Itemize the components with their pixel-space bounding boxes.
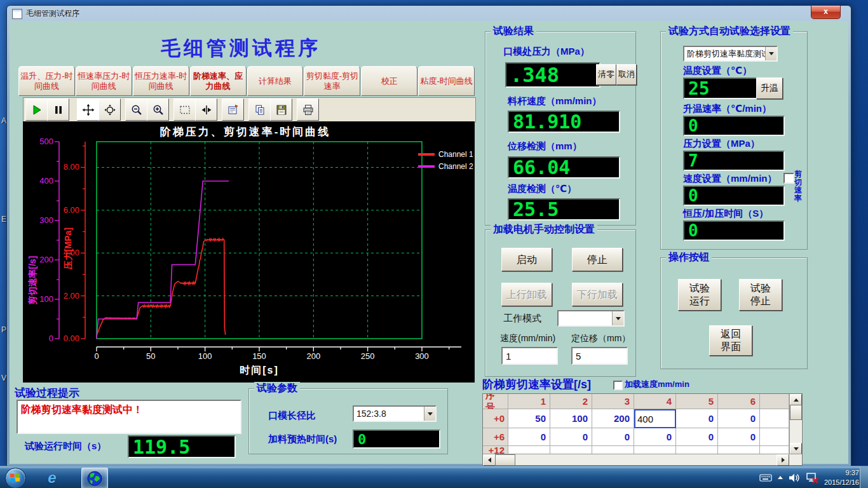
tab-2[interactable]: 恒压力速率-时间曲线 <box>133 66 189 96</box>
window-titlebar[interactable]: 毛细管测试程序 x <box>7 6 851 21</box>
table-cell[interactable] <box>550 446 592 454</box>
chevron-down-icon[interactable] <box>765 47 776 60</box>
keyboard-icon[interactable] <box>759 473 772 482</box>
vscroll-thumb[interactable] <box>790 405 802 420</box>
work-mode-select[interactable] <box>557 310 625 327</box>
shear-rate-checkbox[interactable] <box>783 173 794 184</box>
tab-1[interactable]: 恒速率压力-时间曲线 <box>76 66 132 96</box>
table-cell[interactable]: 0 <box>592 428 634 446</box>
pressure-set-display: 7 <box>683 151 785 171</box>
table-cell[interactable]: 0 <box>676 409 718 428</box>
params-panel: 试验参数 口模长径比 152:3.8 加料预热时间(s) 0 <box>248 388 448 454</box>
jog-speed-input[interactable]: 1 <box>501 347 558 365</box>
table-cell[interactable] <box>718 446 760 454</box>
svg-text:Channel 1: Channel 1 <box>438 150 473 159</box>
svg-text:Channel 2: Channel 2 <box>438 162 473 171</box>
load-speed-checkbox[interactable] <box>613 381 623 390</box>
table-cell[interactable]: 0 <box>718 409 760 428</box>
table-cell[interactable]: 50 <box>508 409 550 428</box>
scroll-left-icon[interactable] <box>483 454 496 466</box>
table-cell[interactable] <box>592 446 634 454</box>
shear-rate-checkbox-label: 剪切 速率 <box>794 170 807 202</box>
tab-5[interactable]: 剪切黏度-剪切速率 <box>304 66 360 96</box>
table-cell[interactable]: 0 <box>634 428 676 446</box>
chevron-down-icon[interactable] <box>424 407 435 421</box>
network-disconnected-icon[interactable] <box>806 472 818 484</box>
die-ratio-select[interactable]: 152:3.8 <box>353 405 437 422</box>
svg-text:0: 0 <box>94 351 98 361</box>
svg-text:200: 200 <box>306 351 320 361</box>
desktop-icon-label: P <box>1 325 6 334</box>
close-button[interactable]: x <box>811 6 841 19</box>
properties-icon[interactable] <box>222 98 244 121</box>
table-cell[interactable] <box>634 446 676 454</box>
hscroll-thumb[interactable] <box>495 454 515 466</box>
svg-text:500: 500 <box>39 137 53 146</box>
test-stop-button[interactable]: 试验 停止 <box>739 279 782 311</box>
heat-up-button[interactable]: 升温 <box>756 78 783 99</box>
save-icon[interactable] <box>270 98 292 121</box>
table-cell[interactable]: 0 <box>676 428 718 446</box>
table-cell[interactable]: 0 <box>508 428 550 446</box>
zero-button[interactable]: 清零 <box>596 64 616 85</box>
select-rect-icon[interactable] <box>173 98 196 121</box>
tab-6[interactable]: 校正 <box>361 66 417 96</box>
play-icon[interactable] <box>25 98 48 121</box>
print-icon[interactable] <box>297 98 319 121</box>
zoom-window-icon[interactable] <box>98 98 121 121</box>
unload-up-button[interactable]: 上行卸载 <box>501 283 552 306</box>
step-rate-chart[interactable]: 阶梯压力、剪切速率-时间曲线050100150200250300时间[s]010… <box>23 121 475 383</box>
table-cell[interactable]: 0 <box>550 428 592 446</box>
tab-0[interactable]: 温升、压力-时间曲线 <box>18 66 75 96</box>
fit-axes-icon[interactable] <box>195 98 217 121</box>
svg-text:150: 150 <box>252 351 266 361</box>
volume-icon[interactable] <box>789 473 800 483</box>
show-desktop-button[interactable] <box>860 466 868 488</box>
temp-set-display: 25 <box>683 78 761 99</box>
table-cell[interactable] <box>508 446 550 454</box>
svg-text:2.00: 2.00 <box>64 291 79 301</box>
copy-icon[interactable] <box>248 98 271 121</box>
pause-icon[interactable] <box>47 98 69 121</box>
test-mode-select[interactable]: 阶梯剪切速率黏度测试 <box>683 46 778 62</box>
zoom-in-icon[interactable] <box>147 98 169 121</box>
chevron-down-icon[interactable] <box>612 311 623 325</box>
load-down-button[interactable]: 下行加载 <box>572 283 623 306</box>
svg-text:100: 100 <box>198 351 212 361</box>
motor-start-button[interactable]: 启动 <box>501 248 552 271</box>
motor-stop-button[interactable]: 停止 <box>572 248 623 271</box>
scroll-up-icon[interactable] <box>790 394 802 405</box>
table-cell[interactable] <box>760 428 789 446</box>
table-cell[interactable]: 0 <box>718 428 760 446</box>
table-cell[interactable] <box>760 446 789 454</box>
table-cell[interactable]: 200 <box>592 409 634 428</box>
zoom-out-icon[interactable] <box>125 98 147 121</box>
svg-text:200: 200 <box>39 255 53 264</box>
travel-input[interactable]: 5 <box>571 347 628 365</box>
table-cell[interactable] <box>760 409 789 428</box>
test-run-button[interactable]: 试验 运行 <box>678 279 721 311</box>
table-cell[interactable]: 100 <box>550 409 592 428</box>
page-title: 毛细管测试程序 <box>161 35 321 62</box>
cancel-button[interactable]: 取消 <box>616 64 637 85</box>
tab-3[interactable]: 阶梯速率、应力曲线 <box>190 66 247 96</box>
start-button[interactable] <box>5 468 26 488</box>
column-header-6: 6 <box>718 394 760 409</box>
table-vscrollbar[interactable] <box>789 394 801 454</box>
scroll-right-icon[interactable] <box>776 454 789 466</box>
taskbar-app-icon[interactable] <box>81 468 108 488</box>
tab-7[interactable]: 粘度-时间曲线 <box>418 66 475 96</box>
taskbar-ie-icon[interactable]: e <box>39 468 65 487</box>
jog-speed-label: 速度(mm/min) <box>500 333 555 344</box>
editing-cell[interactable]: 400 <box>634 409 676 428</box>
table-cell[interactable] <box>676 446 718 454</box>
tab-4[interactable]: 计算结果 <box>247 66 304 96</box>
return-button[interactable]: 返回 界面 <box>709 325 752 356</box>
pan-icon[interactable] <box>77 98 99 121</box>
scroll-down-icon[interactable] <box>790 443 802 454</box>
taskbar-clock[interactable]: 9:37 2015/12/16 <box>824 468 859 487</box>
app-window: 毛细管测试程序 x 毛细管测试程序 温升、压力-时间曲线恒速率压力-时间曲线恒压… <box>6 5 851 467</box>
table-hscrollbar[interactable] <box>483 454 802 465</box>
hidden-icons-chevron-icon[interactable] <box>778 476 783 479</box>
speed-set-display: 0 <box>683 186 785 206</box>
